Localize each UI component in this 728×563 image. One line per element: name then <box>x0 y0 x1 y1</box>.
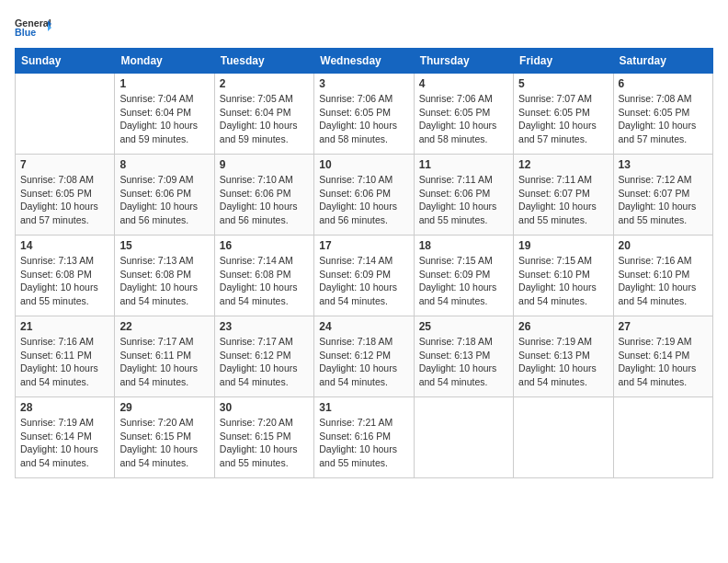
day-info: Sunrise: 7:11 AM Sunset: 6:07 PM Dayligh… <box>518 173 608 227</box>
day-number: 26 <box>518 320 608 333</box>
day-number: 20 <box>619 239 708 252</box>
calendar-cell: 16Sunrise: 7:14 AM Sunset: 6:08 PM Dayli… <box>214 236 313 316</box>
day-number: 13 <box>619 158 708 171</box>
day-info: Sunrise: 7:20 AM Sunset: 6:15 PM Dayligh… <box>220 416 309 470</box>
day-info: Sunrise: 7:04 AM Sunset: 6:04 PM Dayligh… <box>119 92 209 146</box>
calendar-cell: 24Sunrise: 7:18 AM Sunset: 6:12 PM Dayli… <box>314 316 414 397</box>
day-info: Sunrise: 7:12 AM Sunset: 6:07 PM Dayligh… <box>619 173 708 227</box>
day-info: Sunrise: 7:15 AM Sunset: 6:10 PM Dayligh… <box>518 254 608 308</box>
day-number: 8 <box>119 158 209 171</box>
calendar-week-row: 7Sunrise: 7:08 AM Sunset: 6:05 PM Daylig… <box>16 155 713 236</box>
day-info: Sunrise: 7:07 AM Sunset: 6:05 PM Dayligh… <box>518 92 608 146</box>
day-number: 24 <box>319 320 408 333</box>
calendar-week-row: 14Sunrise: 7:13 AM Sunset: 6:08 PM Dayli… <box>16 236 713 316</box>
day-info: Sunrise: 7:14 AM Sunset: 6:08 PM Dayligh… <box>220 254 309 308</box>
calendar-cell: 12Sunrise: 7:11 AM Sunset: 6:07 PM Dayli… <box>514 155 613 236</box>
calendar-cell: 9Sunrise: 7:10 AM Sunset: 6:06 PM Daylig… <box>214 155 313 236</box>
calendar-cell: 21Sunrise: 7:16 AM Sunset: 6:11 PM Dayli… <box>16 316 115 397</box>
weekday-header: Friday <box>514 49 613 74</box>
calendar-cell: 17Sunrise: 7:14 AM Sunset: 6:09 PM Dayli… <box>314 236 414 316</box>
day-info: Sunrise: 7:20 AM Sunset: 6:15 PM Dayligh… <box>119 416 209 470</box>
calendar-cell: 29Sunrise: 7:20 AM Sunset: 6:15 PM Dayli… <box>115 397 214 478</box>
day-number: 9 <box>220 158 309 171</box>
weekday-header-row: SundayMondayTuesdayWednesdayThursdayFrid… <box>16 49 713 74</box>
day-number: 27 <box>619 320 708 333</box>
weekday-header: Monday <box>115 49 214 74</box>
calendar-cell: 11Sunrise: 7:11 AM Sunset: 6:06 PM Dayli… <box>414 155 513 236</box>
day-number: 31 <box>319 401 408 414</box>
calendar-cell: 19Sunrise: 7:15 AM Sunset: 6:10 PM Dayli… <box>514 236 613 316</box>
calendar-cell: 31Sunrise: 7:21 AM Sunset: 6:16 PM Dayli… <box>314 397 414 478</box>
day-number: 29 <box>119 401 209 414</box>
day-number: 11 <box>419 158 508 171</box>
day-info: Sunrise: 7:11 AM Sunset: 6:06 PM Dayligh… <box>419 173 508 227</box>
calendar-cell: 7Sunrise: 7:08 AM Sunset: 6:05 PM Daylig… <box>16 155 115 236</box>
calendar-cell <box>16 74 115 155</box>
day-number: 14 <box>20 239 109 252</box>
logo: General Blue <box>15 15 51 40</box>
day-number: 7 <box>20 158 109 171</box>
day-number: 5 <box>518 77 608 90</box>
calendar-cell: 26Sunrise: 7:19 AM Sunset: 6:13 PM Dayli… <box>514 316 613 397</box>
weekday-header: Tuesday <box>214 49 313 74</box>
calendar-table: SundayMondayTuesdayWednesdayThursdayFrid… <box>15 48 713 478</box>
calendar-cell: 28Sunrise: 7:19 AM Sunset: 6:14 PM Dayli… <box>16 397 115 478</box>
day-info: Sunrise: 7:09 AM Sunset: 6:06 PM Dayligh… <box>119 173 209 227</box>
day-info: Sunrise: 7:21 AM Sunset: 6:16 PM Dayligh… <box>319 416 408 470</box>
day-number: 30 <box>220 401 309 414</box>
weekday-header: Thursday <box>414 49 513 74</box>
calendar-cell: 5Sunrise: 7:07 AM Sunset: 6:05 PM Daylig… <box>514 74 613 155</box>
weekday-header: Saturday <box>613 49 712 74</box>
day-number: 17 <box>319 239 408 252</box>
day-info: Sunrise: 7:13 AM Sunset: 6:08 PM Dayligh… <box>119 254 209 308</box>
day-info: Sunrise: 7:18 AM Sunset: 6:13 PM Dayligh… <box>419 335 508 389</box>
day-info: Sunrise: 7:10 AM Sunset: 6:06 PM Dayligh… <box>319 173 408 227</box>
svg-text:Blue: Blue <box>15 27 36 38</box>
day-number: 22 <box>119 320 209 333</box>
weekday-header: Wednesday <box>314 49 414 74</box>
day-info: Sunrise: 7:13 AM Sunset: 6:08 PM Dayligh… <box>20 254 109 308</box>
calendar-cell: 1Sunrise: 7:04 AM Sunset: 6:04 PM Daylig… <box>115 74 214 155</box>
day-info: Sunrise: 7:06 AM Sunset: 6:05 PM Dayligh… <box>319 92 408 146</box>
calendar-cell: 8Sunrise: 7:09 AM Sunset: 6:06 PM Daylig… <box>115 155 214 236</box>
day-number: 2 <box>220 77 309 90</box>
day-number: 15 <box>119 239 209 252</box>
calendar-cell: 30Sunrise: 7:20 AM Sunset: 6:15 PM Dayli… <box>214 397 313 478</box>
day-info: Sunrise: 7:14 AM Sunset: 6:09 PM Dayligh… <box>319 254 408 308</box>
day-info: Sunrise: 7:17 AM Sunset: 6:12 PM Dayligh… <box>220 335 309 389</box>
calendar-cell: 27Sunrise: 7:19 AM Sunset: 6:14 PM Dayli… <box>613 316 712 397</box>
weekday-header: Sunday <box>16 49 115 74</box>
calendar-week-row: 28Sunrise: 7:19 AM Sunset: 6:14 PM Dayli… <box>16 397 713 478</box>
calendar-cell <box>514 397 613 478</box>
page-header: General Blue <box>15 15 713 40</box>
day-info: Sunrise: 7:19 AM Sunset: 6:14 PM Dayligh… <box>20 416 109 470</box>
calendar-week-row: 1Sunrise: 7:04 AM Sunset: 6:04 PM Daylig… <box>16 74 713 155</box>
calendar-cell: 20Sunrise: 7:16 AM Sunset: 6:10 PM Dayli… <box>613 236 712 316</box>
day-info: Sunrise: 7:19 AM Sunset: 6:13 PM Dayligh… <box>518 335 608 389</box>
calendar-cell: 14Sunrise: 7:13 AM Sunset: 6:08 PM Dayli… <box>16 236 115 316</box>
day-info: Sunrise: 7:06 AM Sunset: 6:05 PM Dayligh… <box>419 92 508 146</box>
day-number: 18 <box>419 239 508 252</box>
day-number: 12 <box>518 158 608 171</box>
day-info: Sunrise: 7:05 AM Sunset: 6:04 PM Dayligh… <box>220 92 309 146</box>
calendar-cell: 25Sunrise: 7:18 AM Sunset: 6:13 PM Dayli… <box>414 316 513 397</box>
day-number: 16 <box>220 239 309 252</box>
calendar-cell: 22Sunrise: 7:17 AM Sunset: 6:11 PM Dayli… <box>115 316 214 397</box>
day-number: 4 <box>419 77 508 90</box>
calendar-cell: 4Sunrise: 7:06 AM Sunset: 6:05 PM Daylig… <box>414 74 513 155</box>
calendar-cell <box>613 397 712 478</box>
day-info: Sunrise: 7:19 AM Sunset: 6:14 PM Dayligh… <box>619 335 708 389</box>
day-info: Sunrise: 7:15 AM Sunset: 6:09 PM Dayligh… <box>419 254 508 308</box>
day-info: Sunrise: 7:08 AM Sunset: 6:05 PM Dayligh… <box>20 173 109 227</box>
day-info: Sunrise: 7:17 AM Sunset: 6:11 PM Dayligh… <box>119 335 209 389</box>
calendar-cell: 23Sunrise: 7:17 AM Sunset: 6:12 PM Dayli… <box>214 316 313 397</box>
day-number: 28 <box>20 401 109 414</box>
calendar-cell: 10Sunrise: 7:10 AM Sunset: 6:06 PM Dayli… <box>314 155 414 236</box>
calendar-cell: 15Sunrise: 7:13 AM Sunset: 6:08 PM Dayli… <box>115 236 214 316</box>
day-number: 6 <box>619 77 708 90</box>
calendar-cell: 13Sunrise: 7:12 AM Sunset: 6:07 PM Dayli… <box>613 155 712 236</box>
day-number: 19 <box>518 239 608 252</box>
day-number: 10 <box>319 158 408 171</box>
day-number: 1 <box>119 77 209 90</box>
day-number: 25 <box>419 320 508 333</box>
